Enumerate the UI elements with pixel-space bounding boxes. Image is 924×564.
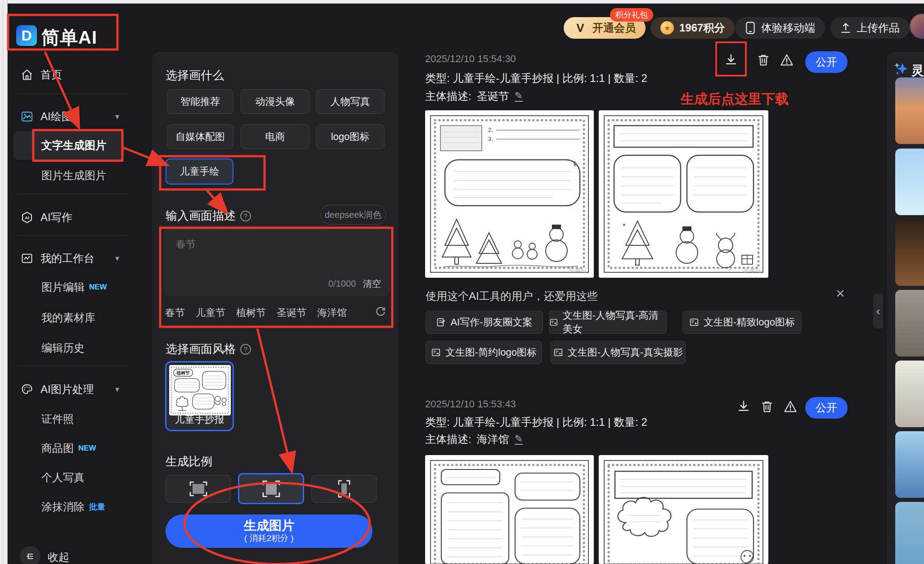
generated-image[interactable]: 简单AI — [599, 110, 768, 278]
category-anime-avatar[interactable]: 动漫头像 — [241, 89, 309, 114]
related-tool-logo-simple[interactable]: 文生图-简约logo图标 — [426, 341, 542, 364]
category-logo[interactable]: logo图标 — [316, 124, 385, 149]
question-icon[interactable] — [240, 344, 251, 355]
mobile-label: 体验移动端 — [761, 21, 815, 35]
sidebar-divider — [17, 235, 129, 236]
deepseek-polish-button[interactable]: deepseek润色 — [320, 205, 386, 225]
trash-icon[interactable] — [757, 53, 770, 67]
sidebar-item-home[interactable]: 首页 — [21, 68, 62, 82]
collapse-icon — [25, 551, 36, 562]
sidebar-item-edit-history[interactable]: 编辑历史 — [41, 341, 85, 355]
generated-image[interactable] — [425, 455, 594, 564]
text-to-image-icon — [689, 317, 699, 327]
inspiration-thumbnail[interactable] — [895, 361, 924, 427]
generate-button[interactable]: 生成图片 ( 消耗2积分 ) — [166, 514, 372, 548]
ratio-option-landscape[interactable] — [166, 475, 231, 503]
tag-arbor-day[interactable]: 植树节 — [236, 306, 266, 320]
sidebar-item-personal-portrait[interactable]: 个人写真 — [41, 470, 85, 485]
category-ecommerce[interactable]: 电商 — [241, 124, 309, 149]
generated-image[interactable]: 2. 3. 简单AI — [425, 110, 594, 278]
sidebar-item-workbench[interactable]: 我的工作台 — [21, 251, 94, 266]
inspiration-thumbnail[interactable] — [895, 219, 924, 286]
refresh-icon[interactable] — [374, 305, 387, 318]
download-icon[interactable] — [724, 53, 738, 67]
edit-pencil-icon[interactable] — [515, 434, 523, 445]
category-children-drawing[interactable]: 儿童手绘 — [166, 158, 233, 185]
sidebar-item-label: 涂抹消除 — [41, 500, 85, 514]
inspiration-thumbnail[interactable] — [895, 149, 924, 215]
points-button[interactable]: 1967积分 — [650, 17, 735, 39]
ratio-option-square-selected[interactable] — [238, 473, 304, 504]
upload-work-button[interactable]: 上传作品 — [830, 17, 910, 39]
home-icon — [21, 68, 33, 81]
christmas-newspaper-sketch-1: 2. 3. 简单AI — [425, 110, 594, 278]
report-warning-icon[interactable] — [780, 53, 794, 67]
tag-christmas[interactable]: 圣诞节 — [277, 306, 306, 320]
ocean-newspaper-sketch-2 — [599, 455, 768, 564]
report-warning-icon[interactable] — [784, 400, 797, 413]
edit-pencil-icon[interactable] — [515, 91, 523, 102]
download-icon[interactable] — [737, 400, 750, 413]
char-counter: 0/1000 — [328, 279, 356, 289]
close-icon[interactable] — [836, 286, 845, 300]
chevron-down-icon[interactable] — [115, 253, 119, 263]
sidebar-item-label: 商品图 — [41, 441, 74, 456]
brand-logo-text[interactable]: 简单AI — [41, 25, 97, 50]
publish-button[interactable]: 公开 — [805, 397, 848, 419]
mobile-app-button[interactable]: 体验移动端 — [735, 17, 825, 39]
result-desc-row: 主体描述: 圣诞节 — [425, 89, 523, 104]
sidebar-item-text-to-image[interactable]: 文字生成图片 — [41, 138, 106, 153]
chevron-down-icon[interactable] — [115, 384, 119, 394]
inspiration-thumbnail[interactable] — [895, 431, 924, 498]
inspiration-thumbnail[interactable] — [895, 502, 924, 564]
sidebar-item-label: 证件照 — [41, 412, 74, 426]
sidebar-item-ai-writing[interactable]: AI AI写作 — [21, 210, 72, 225]
related-tool-label: 文生图-精致logo图标 — [704, 316, 795, 329]
related-tool-ai-writing[interactable]: AI写作-朋友圈文案 — [426, 311, 543, 334]
svg-text:2.: 2. — [488, 126, 493, 133]
sidebar-item-label: 我的工作台 — [40, 251, 94, 266]
inspiration-thumbnail[interactable] — [895, 77, 924, 144]
style-card-children-newspaper[interactable]: 植树节 儿童手抄报 — [165, 361, 234, 431]
related-tool-logo-fine[interactable]: 文生图-精致logo图标 — [682, 311, 802, 334]
image-icon — [21, 110, 33, 123]
inspiration-thumbnail[interactable] — [895, 290, 924, 356]
tag-spring-festival[interactable]: 春节 — [165, 306, 185, 320]
category-social-media[interactable]: 自媒体配图 — [167, 124, 233, 149]
category-smart-recommend[interactable]: 智能推荐 — [167, 89, 233, 114]
sidebar-item-material-library[interactable]: 我的素材库 — [41, 311, 95, 325]
tag-childrens-day[interactable]: 儿童节 — [196, 306, 225, 320]
inspiration-collapse-tab[interactable] — [873, 293, 883, 329]
clear-button[interactable]: 清空 — [363, 278, 381, 290]
app-root: D 简单AI 首页 AI绘图 文字生成图片 图片生成图片 AI AI写作 我的工… — [0, 0, 924, 564]
trash-icon[interactable] — [760, 400, 774, 413]
category-label: 人物写真 — [331, 95, 370, 108]
brand-logo-icon[interactable]: D — [16, 25, 37, 46]
sidebar-item-smudge-erase[interactable]: 涂抹消除 批量 — [41, 500, 105, 514]
user-avatar[interactable] — [910, 14, 924, 39]
related-tool-portrait-photo[interactable]: 文生图-人物写真-真实摄影 — [551, 341, 686, 364]
sidebar-item-ai-draw[interactable]: AI绘图 — [21, 109, 72, 124]
category-portrait[interactable]: 人物写真 — [316, 89, 385, 114]
prompt-textarea[interactable]: 春节 0/1000 清空 — [164, 226, 390, 296]
category-label: 自媒体配图 — [175, 130, 225, 144]
sidebar-item-image-edit[interactable]: 图片编辑 NEW — [41, 280, 107, 294]
sparkles-icon — [893, 61, 909, 77]
vip-label: 开通会员 — [592, 21, 636, 35]
publish-button[interactable]: 公开 — [805, 51, 848, 73]
generated-image[interactable] — [599, 455, 768, 564]
sidebar-collapse-button[interactable] — [20, 546, 40, 564]
window-left-edge — [0, 0, 8, 564]
question-icon[interactable] — [240, 211, 251, 221]
chevron-down-icon[interactable] — [115, 112, 119, 122]
tag-aquarium[interactable]: 海洋馆 — [317, 306, 347, 320]
sidebar-item-product-image[interactable]: 商品图 NEW — [41, 441, 96, 456]
result-desc-value: 圣诞节 — [477, 89, 509, 104]
sidebar-item-image-to-image[interactable]: 图片生成图片 — [41, 168, 106, 183]
text-to-image-icon — [549, 317, 558, 327]
ratio-option-portrait[interactable] — [311, 475, 377, 503]
collapse-label[interactable]: 收起 — [48, 550, 69, 564]
related-tool-portrait-beauty[interactable]: 文生图-人物写真-高清美女 — [549, 311, 667, 334]
sidebar-item-id-photo[interactable]: 证件照 — [41, 412, 74, 426]
sidebar-item-ai-image-processing[interactable]: AI图片处理 — [21, 382, 94, 397]
